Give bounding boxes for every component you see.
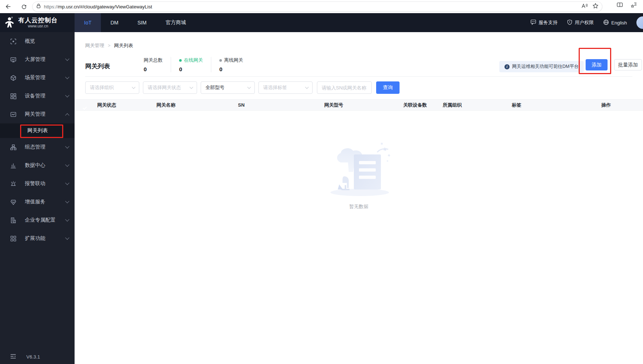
chevron-down-icon (65, 217, 69, 221)
sidebar-item-vas[interactable]: 增值服务 (0, 193, 75, 211)
table-header: 网关状态 网关名称 SN 网关型号 关联设备数 所属组织 标签 操作 (75, 99, 643, 111)
top-nav: IoT DM SIM 官方商城 (75, 13, 196, 32)
sidebar-item-scada[interactable]: 组态管理 (0, 138, 75, 156)
add-button[interactable]: 添加 (586, 59, 608, 70)
sidebar-item-device[interactable]: 设备管理 (0, 87, 75, 105)
app-header: 有人云控制台 www.usr.cn IoT DM SIM 官方商城 服务支持 用… (0, 13, 643, 32)
sidebar-item-label: 大屏管理 (25, 56, 66, 63)
chevron-down-icon (65, 199, 69, 203)
chevron-down-icon (305, 85, 309, 89)
stat-online-label: 在线网关 (184, 57, 203, 64)
tab-sim[interactable]: SIM (128, 13, 156, 32)
breadcrumb-current: 网关列表 (114, 42, 133, 49)
page: https://mp.usr.cn/#/cloud/gateway/ViewGa… (0, 0, 643, 364)
sidebar-item-datacenter[interactable]: 数据中心 (0, 156, 75, 175)
model-select[interactable]: 全部型号 (201, 81, 255, 94)
col-actions: 操作 (601, 102, 638, 108)
stat-total-label: 网关总数 (144, 57, 163, 64)
stat-total-value: 0 (144, 66, 163, 72)
org-select[interactable]: 请选择组织 (85, 81, 139, 94)
main-content: 网关管理 > 网关列表 网关列表 网关总数 0 在线网关 0 离线网关 0 (75, 32, 643, 364)
empty-text: 暂无数据 (349, 203, 368, 210)
status-select-placeholder: 请选择网关状态 (148, 84, 181, 91)
vas-icon (10, 199, 17, 205)
user-permission[interactable]: 用户权限 (567, 19, 594, 26)
sidebar-item-gateway[interactable]: 网关管理 (0, 105, 75, 123)
extension-icon (10, 235, 17, 242)
sidebar-item-bigscreen[interactable]: 大屏管理 (0, 50, 75, 69)
online-dot-icon (179, 59, 182, 62)
col-gateway-status: 网关状态 (97, 102, 156, 108)
sidebar-item-label: 网关管理 (25, 111, 66, 118)
read-aloud-icon[interactable] (581, 3, 587, 10)
globe-icon (603, 19, 609, 26)
split-screen-icon[interactable] (617, 2, 623, 9)
tag-select[interactable]: 请选择标签 (258, 81, 313, 94)
empty-state: 暂无数据 (75, 140, 643, 210)
version-label: V6.3.1 (26, 354, 40, 360)
tab-iot[interactable]: IoT (75, 13, 101, 32)
sidebar-item-extension[interactable]: 扩展功能 (0, 229, 75, 248)
overview-icon (10, 38, 17, 45)
refresh-icon[interactable] (19, 2, 29, 11)
usr-person-logo-icon (4, 16, 16, 29)
query-button[interactable]: 查询 (376, 81, 400, 94)
brand-title: 有人云控制台 (18, 17, 58, 24)
batch-add-button[interactable]: 批量添加 (614, 59, 642, 70)
chevron-down-icon (65, 181, 69, 185)
sidebar-item-scene[interactable]: 场景管理 (0, 69, 75, 87)
org-select-placeholder: 请选择组织 (90, 84, 114, 91)
sidebar-item-label: 报警联动 (25, 180, 66, 187)
chevron-down-icon (65, 162, 69, 166)
gateway-status-select[interactable]: 请选择网关状态 (143, 81, 197, 94)
sidebar-item-label: 增值服务 (25, 199, 66, 205)
chevron-up-icon (65, 113, 69, 117)
brand-subtitle: www.usr.cn (18, 24, 58, 28)
col-gateway-name: 网关名称 (156, 102, 238, 108)
sidebar-item-label: 场景管理 (25, 74, 66, 81)
chevron-down-icon (65, 144, 69, 148)
tab-dm[interactable]: DM (101, 13, 128, 32)
address-bar[interactable]: https://mp.usr.cn/#/cloud/gateway/ViewGa… (32, 1, 602, 12)
scene-icon (10, 74, 17, 81)
chevron-down-icon (190, 85, 193, 89)
sidebar-item-overview[interactable]: 概览 (0, 32, 75, 50)
search-input[interactable] (317, 81, 372, 94)
col-sn: SN (238, 102, 324, 108)
chevron-down-icon (132, 85, 136, 89)
info-icon: i (504, 64, 510, 69)
empty-illustration (319, 140, 399, 198)
sidebar-item-alarm[interactable]: 报警联动 (0, 175, 75, 193)
favorite-star-icon[interactable] (593, 3, 598, 10)
tag-select-placeholder: 请选择标签 (263, 84, 287, 91)
page-header: 网关列表 网关总数 0 在线网关 0 离线网关 0 i 网关运维相关功能可前往D… (85, 54, 632, 77)
col-linked-devices: 关联设备数 (403, 102, 443, 108)
brand-logo[interactable]: 有人云控制台 www.usr.cn (0, 13, 75, 32)
enterprise-icon (10, 217, 17, 223)
chevron-down-icon (65, 75, 69, 79)
col-tags: 标签 (512, 102, 601, 108)
language-switch[interactable]: English (603, 19, 627, 26)
user-permission-label: 用户权限 (575, 19, 594, 26)
stat-offline-value: 0 (219, 66, 243, 72)
collapse-menu-icon[interactable] (10, 354, 16, 360)
breadcrumb-parent[interactable]: 网关管理 (85, 42, 104, 49)
chevron-down-icon (65, 57, 69, 61)
chevron-down-icon (65, 235, 69, 240)
chevron-down-icon (65, 93, 69, 97)
sidebar-subitem-label: 网关列表 (27, 127, 48, 134)
back-icon[interactable] (3, 2, 12, 11)
breadcrumb-separator: > (108, 43, 110, 48)
lock-icon[interactable] (36, 3, 41, 10)
alarm-icon (10, 180, 17, 187)
language-label: English (611, 20, 627, 26)
model-select-value: 全部型号 (205, 84, 224, 91)
service-support[interactable]: 服务支持 (530, 19, 557, 26)
collections-icon[interactable] (631, 2, 637, 9)
tab-mall[interactable]: 官方商城 (156, 13, 196, 32)
datacenter-icon (10, 162, 17, 169)
stat-offline-label: 离线网关 (224, 57, 243, 64)
sidebar-subitem-gateway-list[interactable]: 网关列表 (0, 123, 75, 138)
sidebar-item-enterprise[interactable]: 企业专属配置 (0, 211, 75, 229)
chevron-down-icon (247, 85, 251, 89)
